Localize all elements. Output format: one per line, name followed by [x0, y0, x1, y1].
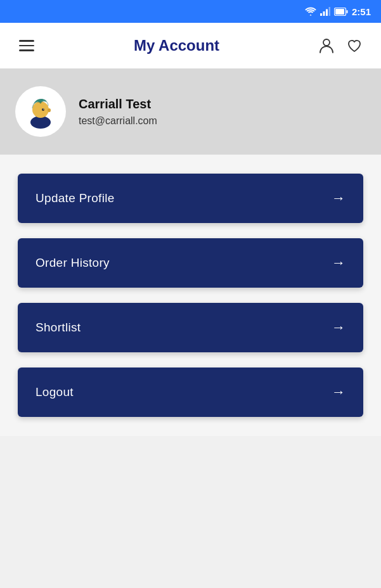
battery-icon — [334, 8, 348, 16]
shortlist-arrow-icon: → — [332, 319, 345, 336]
wifi-icon — [305, 7, 316, 16]
svg-point-12 — [43, 109, 44, 110]
profile-name: Carriall Test — [79, 97, 157, 112]
profile-email: test@carriall.com — [79, 115, 157, 127]
shortlist-button[interactable]: Shortlist → — [18, 303, 363, 352]
update-profile-label: Update Profile — [36, 191, 115, 205]
profile-section: Carriall Test test@carriall.com — [0, 68, 381, 155]
svg-rect-0 — [320, 13, 322, 16]
svg-point-11 — [42, 108, 44, 111]
order-history-arrow-icon: → — [332, 255, 345, 271]
update-profile-arrow-icon: → — [332, 190, 345, 207]
shortlist-label: Shortlist — [36, 321, 81, 335]
svg-rect-6 — [346, 10, 347, 13]
logout-button[interactable]: Logout → — [18, 368, 363, 417]
svg-point-7 — [323, 39, 330, 46]
update-profile-button[interactable]: Update Profile → — [18, 174, 363, 223]
profile-icon-button[interactable] — [313, 32, 340, 60]
status-icons: 2:51 — [305, 6, 371, 17]
avatar — [15, 86, 66, 137]
svg-rect-3 — [328, 7, 330, 16]
signal-icon — [320, 7, 330, 16]
hamburger-menu-button[interactable] — [13, 32, 41, 60]
hamburger-icon — [19, 40, 34, 51]
profile-info: Carriall Test test@carriall.com — [79, 97, 157, 127]
svg-point-10 — [48, 108, 51, 112]
svg-rect-2 — [326, 10, 328, 16]
avatar-illustration — [22, 93, 59, 130]
logout-arrow-icon: → — [332, 384, 345, 400]
top-nav: My Account — [0, 23, 381, 68]
status-time: 2:51 — [352, 6, 371, 17]
status-bar: 2:51 — [0, 0, 381, 23]
svg-rect-1 — [323, 11, 325, 16]
main-content: Update Profile → Order History → Shortli… — [0, 155, 381, 436]
page-title: My Account — [41, 37, 313, 54]
person-icon — [318, 37, 335, 54]
logout-label: Logout — [36, 385, 74, 399]
order-history-label: Order History — [36, 256, 110, 270]
svg-rect-5 — [335, 9, 344, 15]
heart-icon — [345, 37, 363, 54]
order-history-button[interactable]: Order History → — [18, 238, 363, 288]
favorites-button[interactable] — [340, 32, 368, 60]
